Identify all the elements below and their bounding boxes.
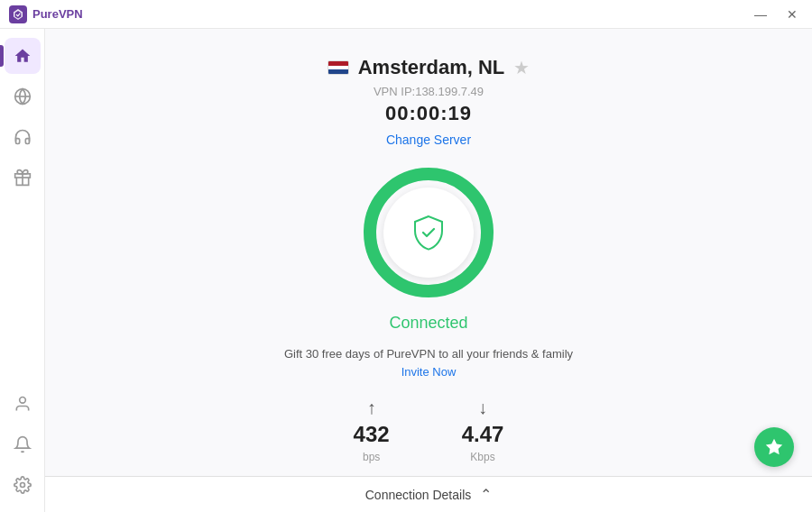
sidebar-item-home[interactable] [5, 38, 41, 74]
title-bar: PureVPN — ✕ [0, 0, 812, 29]
change-server-link[interactable]: Change Server [386, 133, 471, 147]
svg-point-5 [19, 398, 25, 404]
app-logo: PureVPN [9, 5, 83, 23]
promo-text: Gift 30 free days of PureVPN to all your… [284, 347, 573, 361]
download-stat: ↓ 4.47 Kbps [462, 398, 504, 463]
connection-status: Connected [389, 314, 467, 333]
chevron-up-icon: ⌃ [480, 486, 492, 503]
sidebar-item-profile[interactable] [5, 386, 41, 422]
svg-marker-9 [766, 439, 782, 454]
home-icon [14, 47, 32, 65]
fab-star-icon [764, 437, 784, 457]
sidebar-item-globe[interactable] [5, 78, 41, 114]
purevpn-logo-icon [9, 5, 27, 23]
netherlands-flag [328, 60, 349, 75]
sidebar-item-settings[interactable] [5, 467, 41, 503]
promo-section: Gift 30 free days of PureVPN to all your… [284, 347, 573, 379]
invite-now-link[interactable]: Invite Now [401, 365, 457, 379]
main-content: Amsterdam, NL ★ VPN IP:138.199.7.49 00:0… [45, 29, 812, 512]
globe-icon [14, 87, 32, 105]
sidebar [0, 29, 45, 512]
upload-unit: bps [363, 451, 380, 463]
bell-icon [14, 435, 32, 453]
download-arrow-icon: ↓ [478, 398, 487, 418]
session-timer: 00:00:19 [385, 102, 472, 125]
sidebar-item-notifications[interactable] [5, 426, 41, 462]
close-button[interactable]: ✕ [781, 5, 803, 23]
sidebar-item-gift[interactable] [5, 160, 41, 196]
ring-inner[interactable] [383, 187, 474, 278]
download-value: 4.47 [462, 422, 504, 447]
window-controls: — ✕ [749, 5, 803, 23]
person-icon [14, 395, 32, 413]
gift-icon [14, 169, 32, 187]
headset-icon [14, 128, 32, 146]
shield-check-icon [409, 213, 448, 252]
download-unit: Kbps [470, 451, 494, 463]
connection-ring [361, 165, 496, 300]
speed-stats: ↑ 432 bps ↓ 4.47 Kbps [354, 398, 504, 463]
fab-star-button[interactable] [754, 427, 794, 467]
connection-details-label: Connection Details [365, 488, 472, 502]
upload-arrow-icon: ↑ [367, 398, 376, 418]
connection-details-bar[interactable]: Connection Details ⌃ [45, 476, 812, 512]
favorite-star-icon[interactable]: ★ [513, 57, 530, 78]
svg-point-6 [20, 483, 24, 488]
upload-value: 432 [354, 422, 390, 447]
location-header: Amsterdam, NL ★ [328, 56, 531, 79]
vpn-ip: VPN IP:138.199.7.49 [374, 85, 484, 98]
minimize-button[interactable]: — [749, 5, 772, 23]
gear-icon [14, 476, 32, 494]
app-title: PureVPN [32, 7, 83, 21]
sidebar-item-support[interactable] [5, 119, 41, 155]
location-name: Amsterdam, NL [358, 56, 505, 79]
upload-stat: ↑ 432 bps [354, 398, 390, 463]
